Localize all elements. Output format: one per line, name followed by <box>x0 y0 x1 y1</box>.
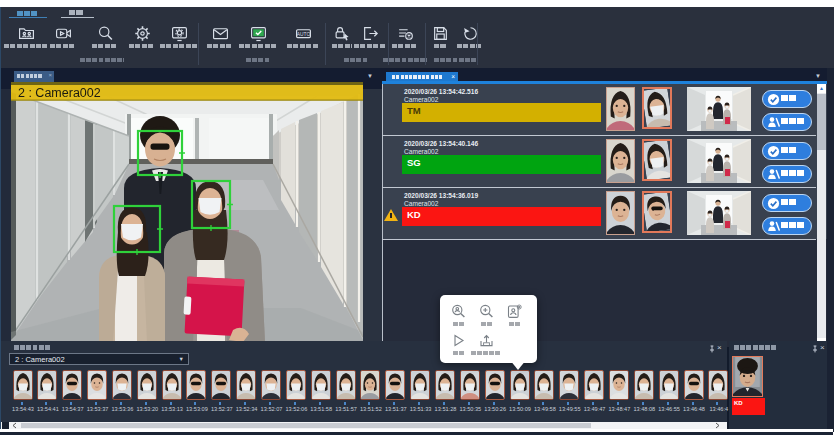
svg-text:AUTO: AUTO <box>296 32 310 37</box>
svg-text:2 : Camera002: 2 : Camera002 <box>18 86 101 100</box>
